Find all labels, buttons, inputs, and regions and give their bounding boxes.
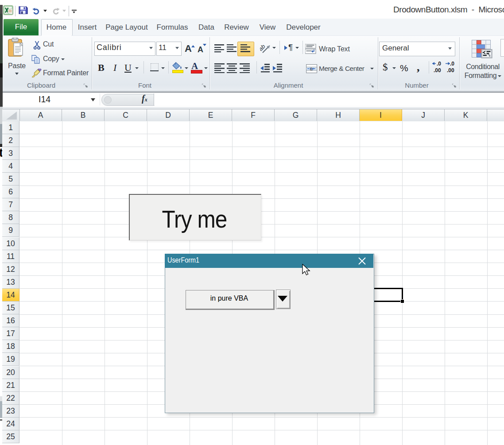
svg-text:.00: .00 [447, 67, 454, 74]
svg-text:.00: .00 [434, 67, 441, 74]
svg-text:.0: .0 [437, 62, 441, 67]
svg-text:ab: ab [260, 43, 267, 52]
svg-text:.0: .0 [450, 62, 454, 67]
